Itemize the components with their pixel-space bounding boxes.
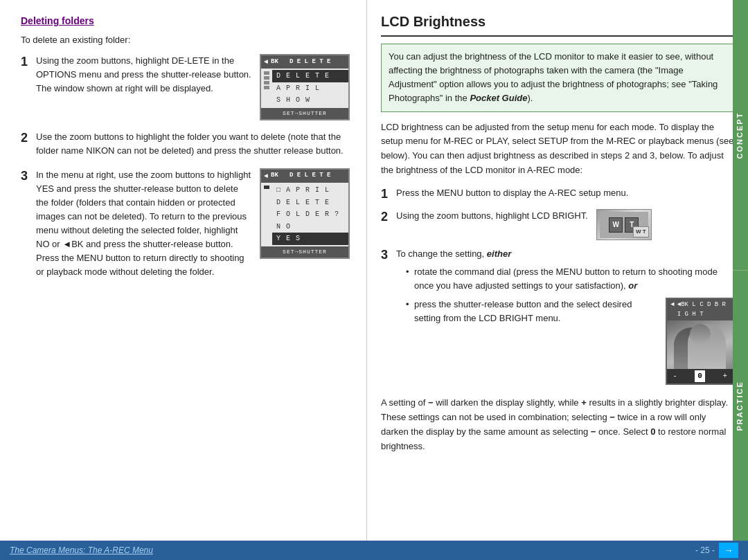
lcd-photo-area xyxy=(667,320,733,369)
practice-text: PRACTICE xyxy=(734,381,746,431)
menu-item-delete-2: D E L E T E xyxy=(272,197,348,209)
camera-menu-1-body: D E L E T E A P R I L S H O W xyxy=(261,69,348,108)
step-3-text: In the menu at right, use the zoom butto… xyxy=(36,168,251,280)
minus-sign: − xyxy=(428,397,434,408)
right-step-2-block: 2 Using the zoom buttons, highlight LCD … xyxy=(381,209,734,240)
lcd-bright-image: W T xyxy=(596,209,652,240)
highlight-box: You can adjust the brightness of the LCD… xyxy=(381,44,734,112)
body-text-2: A setting of − will darken the display s… xyxy=(381,396,734,453)
menu-item-april: A P R I L xyxy=(272,82,348,95)
dot-trash xyxy=(264,186,269,189)
body-text-1: LCD brightness can be adjusted from the … xyxy=(381,120,734,178)
concept-label: CONCEPT xyxy=(733,0,748,271)
dot xyxy=(264,76,269,80)
step-2-main-text: Using the zoom buttons, highlight LCD BR… xyxy=(396,209,588,223)
footer-left-text: The Camera Menus: The A-REC Menu xyxy=(10,545,153,555)
menu-dots-2 xyxy=(261,183,272,246)
step-3-number: 3 xyxy=(21,168,36,184)
camera-menu-2-items: □ A P R I L D E L E T E F O L D E R ? N … xyxy=(272,183,348,246)
step-3-block: 3 In the menu at right, use the zoom but… xyxy=(21,168,350,280)
lcd-minus-icon: - xyxy=(673,370,677,382)
zero-value: 0 xyxy=(650,426,655,437)
right-panel: LCD Brightness You can adjust the bright… xyxy=(367,0,748,541)
right-step-3-content: To change the setting, either rotate the… xyxy=(396,247,734,389)
right-step-2-content: Using the zoom buttons, highlight LCD BR… xyxy=(396,209,734,240)
practice-label: PRACTICE xyxy=(733,271,748,541)
step-2-content: Use the zoom buttons to highlight the fo… xyxy=(36,130,350,158)
either-label: either xyxy=(487,249,511,259)
camera-menu-2: ◄ BK D E L E T E □ A P R I L D E L E T E xyxy=(260,168,350,259)
step-1-with-image: Using the zoom buttons, highlight DE-LET… xyxy=(36,54,350,120)
page-number: - 25 - xyxy=(695,545,715,555)
lcd-bright-footer: - 0 + xyxy=(667,369,733,383)
right-step-1-content: Press the MENU button to display the A-R… xyxy=(396,186,734,200)
intro-text: To delete an existing folder: xyxy=(21,33,350,47)
minus-sign-3: − xyxy=(591,426,596,437)
bullet-list: rotate the command dial (press the MENU … xyxy=(406,265,734,385)
side-labels: CONCEPT PRACTICE xyxy=(733,0,748,541)
back-arrow-2-icon: ◄ xyxy=(264,171,268,182)
next-page-arrow[interactable]: → xyxy=(719,543,738,558)
step-2-number: 2 xyxy=(21,130,36,146)
step-2-block: 2 Use the zoom buttons to highlight the … xyxy=(21,130,350,158)
lcd-bright-menu: ◄ ◄BK L C D B R I G H T xyxy=(666,298,734,386)
camera-menu-1: ◄ BK D E L E T E xyxy=(260,54,350,120)
plus-sign: + xyxy=(581,397,587,408)
camera-menu-1-header: ◄ BK D E L E T E xyxy=(261,55,348,69)
wt-button-image: W T xyxy=(600,212,648,238)
bullet-2-content: press the shutter-release button and the… xyxy=(414,298,734,386)
concept-text: CONCEPT xyxy=(734,111,746,159)
right-step-3-number: 3 xyxy=(381,247,396,263)
camera-menu-1-footer: SET→SHUTTER xyxy=(261,108,348,119)
right-step-3-block: 3 To change the setting, either rotate t… xyxy=(381,247,734,389)
menu-item-show: S H O W xyxy=(272,94,348,107)
right-step-2-number: 2 xyxy=(381,209,396,225)
menu-item-delete: D E L E T E xyxy=(272,70,348,82)
menu-item-april-2: □ A P R I L xyxy=(272,184,348,197)
lcd-current-value: 0 xyxy=(695,370,705,382)
footer-right: - 25 - → xyxy=(695,543,738,558)
pocket-guide-ref: Pocket Guide xyxy=(470,93,527,103)
right-step-1-number: 1 xyxy=(381,186,396,202)
step-1-text: Using the zoom buttons, highlight DE-LET… xyxy=(36,54,251,96)
right-panel-title: LCD Brightness xyxy=(381,11,734,37)
camera-menu-2-body: □ A P R I L D E L E T E F O L D E R ? N … xyxy=(261,183,348,246)
menu-item-yes: Y E S xyxy=(272,233,348,245)
camera-menu-2-header: ◄ BK D E L E T E xyxy=(261,170,348,183)
step-3-with-image: In the menu at right, use the zoom butto… xyxy=(36,168,350,280)
bullet-2-text: press the shutter-release button and the… xyxy=(414,298,652,325)
lcd-head xyxy=(690,324,711,345)
lcd-plus-icon: + xyxy=(722,370,727,382)
footer-bar: The Camera Menus: The A-REC Menu - 25 - … xyxy=(0,541,748,560)
lcd-bright-header-text: ◄BK L C D B R I G H T xyxy=(677,300,729,320)
back-arrow-icon: ◄ xyxy=(264,57,268,68)
bullet-1: rotate the command dial (press the MENU … xyxy=(406,265,734,293)
lcd-back-arrow-icon: ◄ xyxy=(670,300,674,320)
step-1-content: Using the zoom buttons, highlight DE-LET… xyxy=(36,54,350,120)
t-button: T xyxy=(625,217,639,233)
left-panel: Deleting folders To delete an existing f… xyxy=(0,0,367,541)
dot xyxy=(264,81,269,84)
wt-buttons: W T xyxy=(609,217,639,233)
section-title: Deleting folders xyxy=(21,14,350,29)
lcd-bright-menu-header: ◄ ◄BK L C D B R I G H T xyxy=(667,299,733,321)
camera-menu-2-header-text: BK D E L E T E xyxy=(271,171,330,181)
menu-dots-1 xyxy=(261,69,272,108)
menu-item-folder: F O L D E R ? xyxy=(272,208,348,221)
dot xyxy=(264,86,269,89)
bullet-2: press the shutter-release button and the… xyxy=(406,298,734,386)
camera-menu-2-footer: SET→SHUTTER xyxy=(261,246,348,258)
camera-menu-1-header-text: BK D E L E T E xyxy=(271,57,330,67)
minus-sign-2: − xyxy=(609,412,615,422)
w-button: W xyxy=(609,217,623,233)
step-1-number: 1 xyxy=(21,54,36,70)
step-3-content: In the menu at right, use the zoom butto… xyxy=(36,168,350,280)
dot xyxy=(264,71,269,75)
step-1-block: 1 Using the zoom buttons, highlight DE-L… xyxy=(21,54,350,120)
camera-menu-1-items: D E L E T E A P R I L S H O W xyxy=(272,69,348,108)
or-label: or xyxy=(628,280,637,291)
step-2-with-img: Using the zoom buttons, highlight LCD BR… xyxy=(396,209,734,240)
main-content: Deleting folders To delete an existing f… xyxy=(0,0,748,541)
right-step-1-block: 1 Press the MENU button to display the A… xyxy=(381,186,734,202)
page-container: Deleting folders To delete an existing f… xyxy=(0,0,748,560)
